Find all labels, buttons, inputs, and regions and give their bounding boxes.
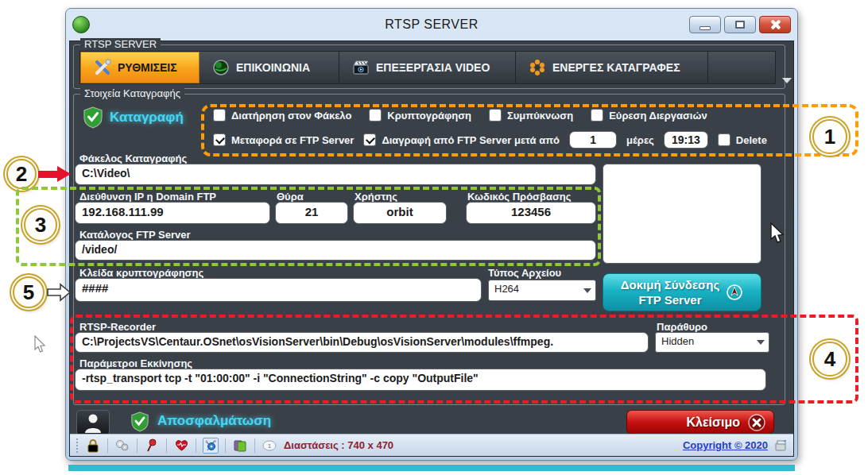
port-label: Θύρα [277, 191, 304, 203]
checkbox-ftp-transfer-label: Μεταφορά σε FTP Server [231, 134, 354, 146]
tab-active-recordings[interactable]: ΕΝΕΡΓΕΣ ΚΑΤΑΓΡΑΦΕΣ [516, 52, 708, 83]
time-input[interactable]: 19:13 [664, 131, 708, 149]
callout-5: 5 [13, 276, 45, 308]
rtsp-server-window: RTSP SERVER RTSP SERVER [65, 8, 798, 461]
chevron-down-icon [757, 340, 765, 345]
checkbox-delete-label: Delete [736, 134, 767, 146]
drawer-icon[interactable] [774, 440, 787, 451]
client-area: RTSP SERVER ΡΥΘΜΙΣΕΙΣ [69, 41, 794, 457]
close-app-button[interactable]: Κλείσιμο [626, 410, 774, 434]
callout-2: 2 [6, 159, 37, 189]
ip-label: Διεύθυνση IP η Domain FTP [79, 191, 216, 203]
catalog-input[interactable]: /video/ [75, 240, 596, 261]
record-label: Καταγραφή [110, 110, 184, 126]
recorder-input[interactable]: C:\ProjectsVS\Centaur.OSnet\osVisionServ… [75, 332, 649, 353]
port-input[interactable]: 21 [275, 202, 348, 224]
info-icon: 1 [262, 438, 277, 454]
ftp-test-button[interactable]: Δοκιμή Σύνδεσης FTP Server [603, 273, 761, 311]
recorder-label: RTSP-Recorder [79, 321, 156, 333]
checkbox-compression[interactable]: Συμπύκνωση [489, 109, 573, 122]
window-title: RTSP SERVER [66, 17, 797, 32]
window-mode-value: Hidden [661, 335, 694, 347]
folder-label: Φάκελος Καταγραφής [79, 153, 187, 164]
checkbox-ftp-transfer[interactable]: Μεταφορά σε FTP Server [213, 133, 354, 146]
checkbox-delete[interactable]: Delete [718, 133, 767, 146]
checkbox-icon [213, 133, 226, 146]
close-app-label: Κλείσιμο [687, 415, 740, 430]
password-input[interactable]: 123456 [466, 202, 596, 224]
filetype-select[interactable]: H264 [488, 280, 596, 301]
group-rtsp-server-label: RTSP SERVER [80, 38, 161, 50]
params-input[interactable]: -rtsp_transport tcp -t "01:00:00" -i "Co… [75, 369, 766, 391]
statusbar-grip [76, 438, 79, 453]
checkbox-icon [489, 109, 502, 122]
cursor-arrow-icon [769, 222, 785, 245]
ip-input[interactable]: 192.168.111.99 [75, 202, 270, 224]
days-unit-label: μέρες [626, 134, 654, 146]
catalog-label: Κατάλογος FTP Server [79, 229, 190, 241]
checkbox-keep-folder[interactable]: Διατήρηση στον Φάκελο [213, 109, 351, 122]
filetype-label: Τύπος Αρχείου [488, 267, 561, 279]
connect-icon [726, 284, 743, 301]
tab-settings[interactable]: ΡΥΘΜΙΣΕΙΣ [80, 52, 200, 83]
tab-communication-label: ΕΠΙΚΟΙΝΩΝΙΑ [236, 61, 310, 74]
user-input[interactable]: orbit [353, 202, 447, 224]
tab-video-processing-label: ΕΠΕΞΕΡΓΑΣΙΑ VIDEO [376, 61, 490, 74]
checkbox-icon [363, 133, 376, 146]
titlebar[interactable]: RTSP SERVER [66, 9, 797, 41]
chevron-down-icon[interactable] [782, 78, 792, 83]
heart-icon[interactable] [173, 438, 189, 454]
tab-video-processing[interactable]: ΕΠΕΞΕΡΓΑΣΙΑ VIDEO [339, 52, 516, 83]
minimize-icon [699, 26, 711, 30]
tab-communication[interactable]: ΕΠΙΚΟΙΝΩΝΙΑ [200, 52, 339, 83]
checkbox-encryption[interactable]: Κρυπτογράφηση [369, 109, 471, 122]
checkbox-ftp-delete-after[interactable]: Διαγραφή από FTP Server μετά από [363, 133, 560, 146]
callout-4: 4 [812, 342, 847, 377]
filetype-value: H264 [494, 283, 519, 295]
callout-2-arrow-icon [38, 166, 72, 183]
key-label: Κλείδα κρυπτογράφησης [79, 267, 203, 279]
pin-icon[interactable] [144, 438, 160, 454]
debug-shield-icon [130, 411, 149, 432]
maximize-button[interactable] [724, 16, 756, 33]
record-shield-icon [83, 106, 103, 129]
window-mode-select[interactable]: Hidden [655, 332, 769, 353]
checkbox-find-processes-label: Εύρεση Διεργασιών [609, 110, 707, 122]
tab-active-recordings-label: ΕΝΕΡΓΕΣ ΚΑΤΑΓΡΑΦΕΣ [552, 61, 680, 74]
copyright-link[interactable]: Copyright © 2020 [683, 439, 768, 451]
gears-icon[interactable] [114, 438, 130, 454]
checkbox-ftp-delete-after-label: Διαγραφή από FTP Server μετά από [382, 134, 560, 146]
person-icon [83, 412, 103, 433]
checkbox-keep-folder-label: Διατήρηση στον Φάκελο [231, 110, 351, 122]
bottom-accent-bar [68, 465, 795, 471]
debug-label[interactable]: Αποσφαλμάτωση [157, 413, 271, 429]
checkbox-compression-label: Συμπύκνωση [507, 110, 573, 122]
flower-icon [529, 59, 546, 76]
lock-icon[interactable] [85, 438, 101, 454]
checkbox-encryption-label: Κρυπτογράφηση [387, 110, 471, 122]
svg-text:1: 1 [268, 442, 272, 450]
tabstrip-filler [708, 52, 775, 83]
checkbox-icon [213, 109, 226, 122]
statusbar: 1 Διαστάσεις : 740 x 470 Copyright © 202… [70, 434, 793, 456]
network-gear-icon[interactable] [203, 438, 219, 454]
recordings-listbox[interactable] [603, 164, 761, 264]
tabstrip: ΡΥΘΜΙΣΕΙΣ ΕΠΙΚΟΙΝΩΝΙΑ [79, 51, 776, 84]
dimensions-label: Διαστάσεις : 740 x 470 [284, 439, 393, 451]
key-input[interactable]: #### [75, 278, 482, 302]
callout-1: 1 [812, 119, 847, 154]
checkbox-icon [369, 109, 382, 122]
minimize-button[interactable] [689, 16, 721, 33]
avatar-button[interactable] [76, 410, 110, 435]
chevron-down-icon [583, 288, 591, 293]
close-button[interactable] [759, 16, 791, 33]
folders-icon[interactable] [232, 438, 248, 454]
close-icon [769, 19, 781, 30]
checkbox-icon [718, 133, 730, 146]
checkbox-find-processes[interactable]: Εύρεση Διεργασιών [591, 109, 707, 122]
checkbox-icon [591, 109, 603, 122]
folder-input[interactable]: C:\Video\ [75, 164, 596, 185]
ftp-test-label-line2: FTP Server [639, 293, 702, 307]
days-input[interactable]: 1 [569, 131, 617, 149]
password-label: Κωδικός Πρόσβασης [467, 191, 571, 203]
